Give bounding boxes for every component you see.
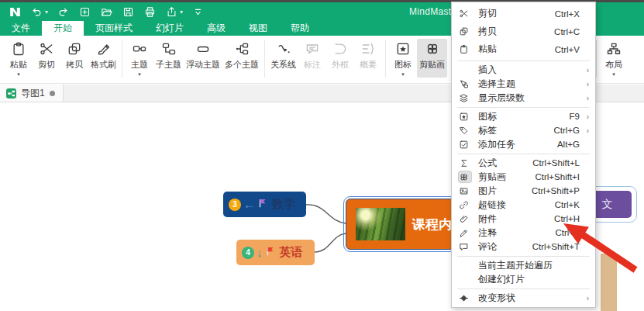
menu-tab-view[interactable]: 视图 (237, 21, 279, 36)
menu-item-attachment[interactable]: 附件Ctrl+H (452, 212, 595, 226)
submenu-arrow-icon: › (583, 94, 589, 102)
node-photo (356, 208, 405, 240)
collapse-toolbar-button[interactable] (188, 4, 208, 19)
topic-button[interactable]: 主题 (126, 39, 153, 78)
layers-icon (459, 92, 471, 103)
floating-topic-icon (195, 41, 211, 57)
menu-tab-home[interactable]: 开始 (42, 21, 84, 36)
menu-separator (457, 154, 590, 154)
menu-item-formula[interactable]: 公式Ctrl+Shift+L (452, 156, 595, 170)
undo-dropdown-caret-icon[interactable]: ▾ (45, 9, 51, 16)
subtopic-button[interactable]: 子主题 (153, 39, 184, 78)
redo-button[interactable] (53, 4, 73, 19)
menu-item-cut[interactable]: 剪切Ctrl+X (452, 5, 595, 22)
menu-item-icon[interactable]: 图标F9› (452, 109, 595, 123)
export-dropdown-caret-icon[interactable]: ▾ (180, 9, 186, 16)
ribbon-separator (122, 40, 122, 78)
new-document-button[interactable] (74, 4, 95, 19)
submenu-arrow-icon: › (583, 80, 589, 88)
cut-button[interactable]: 剪切 (33, 39, 60, 78)
topic-label: 文 (602, 198, 613, 212)
ribbon-group-clipboard: 粘贴 剪切 拷贝 格式刷 (5, 39, 119, 78)
topic-label: 数学 (272, 197, 295, 212)
submenu-arrow-icon: › (583, 126, 589, 135)
scissors-icon (459, 9, 471, 19)
menu-separator (457, 60, 590, 61)
clipart-icon (459, 171, 471, 182)
submenu-arrow-icon: › (583, 66, 589, 74)
menu-item-picture[interactable]: 图片Ctrl+Shift+P (452, 184, 595, 198)
print-button[interactable] (139, 4, 160, 19)
menu-item-note[interactable]: 注释Ctrl+T (452, 226, 595, 240)
submenu-arrow-icon: › (583, 112, 589, 121)
paste-button[interactable]: 粘贴 (5, 39, 33, 78)
clipart-icon (425, 41, 440, 57)
picture-icon (459, 185, 471, 196)
select-topic-icon (459, 78, 471, 89)
boundary-button[interactable]: 外框 (326, 39, 354, 71)
menu-item-tag[interactable]: 标签Ctrl+G› (452, 123, 595, 137)
menu-item-comment[interactable]: 评论Ctrl+Shift+T (452, 240, 595, 254)
menu-item-copy[interactable]: 拷贝Ctrl+C (452, 22, 595, 40)
scissors-icon (39, 41, 54, 57)
mindmaster-logo-icon (5, 4, 25, 19)
menu-tab-slides[interactable]: 幻灯片 (144, 21, 195, 36)
mindmap-doc-icon (6, 88, 16, 98)
subtopic-icon (161, 41, 177, 57)
menu-item-show-levels[interactable]: 显示层级数› (452, 91, 595, 105)
hyperlink-icon (459, 199, 471, 210)
menu-item-traverse[interactable]: 当前主题开始遍历 (452, 258, 595, 272)
menu-item-insert[interactable]: 插入› (452, 63, 595, 77)
multi-topic-button[interactable]: 多个主题 (222, 39, 261, 78)
summary-button[interactable]: 概要 (354, 39, 382, 71)
shape-icon (459, 292, 471, 303)
partially-hidden-node[interactable] (601, 254, 617, 311)
icon-button[interactable]: 图标 (389, 39, 417, 78)
document-tab-map1[interactable]: 导图1 (0, 85, 64, 102)
menu-item-create-slides[interactable]: 创建幻灯片 (452, 272, 595, 286)
menu-tab-page-style[interactable]: 页面样式 (84, 21, 144, 36)
save-button[interactable] (118, 4, 138, 19)
layout-button[interactable]: 布局 (600, 39, 628, 78)
floating-topic-button[interactable]: 浮动主题 (184, 39, 222, 78)
ribbon-separator (385, 40, 386, 78)
menu-separator (457, 107, 590, 108)
relationship-button[interactable]: 关系线 (268, 39, 298, 71)
menu-item-change-shape[interactable]: 改变形状› (452, 291, 595, 305)
menu-tab-advanced[interactable]: 高级 (195, 21, 237, 36)
open-file-button[interactable] (96, 4, 116, 19)
down-arrow-icon: ↓ (257, 247, 263, 258)
quick-access-toolbar: ▾ ▾ (0, 4, 208, 19)
left-arrow-icon: ← (243, 199, 255, 210)
topic-node-english[interactable]: 4 ↓ 英语 (236, 240, 315, 265)
callout-button[interactable]: 标注 (298, 39, 326, 71)
boundary-icon (332, 41, 348, 57)
format-painter-button[interactable]: 格式刷 (88, 39, 119, 78)
mark-icon (459, 111, 471, 122)
topic-node-math[interactable]: 3 ← 数学 (223, 192, 306, 217)
document-tab-label: 导图1 (21, 87, 45, 100)
format-painter-icon (96, 41, 112, 57)
context-menu: 剪切Ctrl+X 拷贝Ctrl+C 粘贴Ctrl+V 插入› 选择主题› 显示层… (451, 2, 596, 308)
export-button[interactable] (161, 4, 181, 19)
menu-separator (457, 256, 590, 257)
priority-badge: 3 (229, 199, 241, 211)
ribbon-group-topics: 主题 子主题 浮动主题 多个主题 (126, 39, 261, 78)
menu-tab-help[interactable]: 帮助 (279, 21, 321, 36)
mark-icon (395, 41, 411, 57)
topic-icon (132, 41, 147, 57)
undo-button[interactable] (26, 4, 46, 19)
menu-item-paste[interactable]: 粘贴Ctrl+V (452, 40, 595, 58)
menu-separator (457, 289, 590, 289)
menu-item-clipart[interactable]: 剪贴画Ctrl+Shift+I (452, 170, 595, 184)
menu-item-select-topic[interactable]: 选择主题› (452, 77, 595, 91)
menu-item-hyperlink[interactable]: 超链接Ctrl+K (452, 198, 595, 212)
clipart-button[interactable]: 剪贴画 (417, 39, 447, 78)
copy-button[interactable]: 拷贝 (60, 39, 88, 78)
multi-topic-icon (234, 41, 250, 57)
menu-tab-file[interactable]: 文件 (0, 21, 42, 36)
menu-item-add-task[interactable]: 添加任务Alt+G (452, 137, 595, 151)
topic-label: 英语 (280, 245, 303, 260)
submenu-arrow-icon: › (583, 294, 589, 302)
clipboard-icon (459, 44, 471, 55)
